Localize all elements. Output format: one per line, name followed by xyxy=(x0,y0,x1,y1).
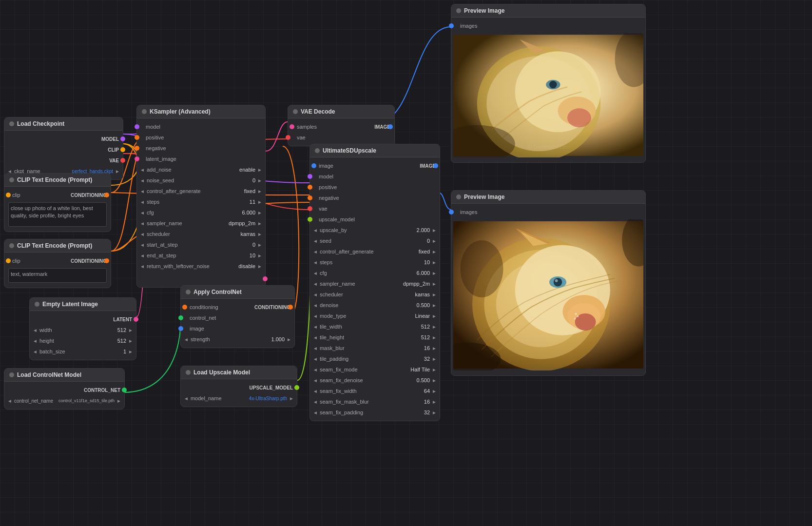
batch-arrow-left[interactable]: ◄ xyxy=(33,349,38,354)
conditioning-in-dot[interactable] xyxy=(182,305,187,310)
negative-in-dot[interactable] xyxy=(135,146,139,151)
upscale-model-out: UPSCALE_MODEL xyxy=(181,382,297,393)
seam-fix-denoise-param: ◄ seam_fix_denoise 0.500 ► xyxy=(310,375,440,386)
images-in-dot-2[interactable] xyxy=(449,210,454,214)
images-label: images xyxy=(460,23,477,29)
clip-port-dot[interactable] xyxy=(120,147,125,152)
control-net-in-dot[interactable] xyxy=(178,315,183,320)
lion-svg-2 xyxy=(453,219,643,370)
node-status-dot xyxy=(9,243,14,248)
ksampler-latent-out-dot[interactable] xyxy=(263,276,268,281)
model-in-port: model xyxy=(310,171,440,182)
cfg-value: 6.000 xyxy=(242,210,256,215)
width-arrow-right[interactable]: ► xyxy=(128,328,133,333)
vae-in-dot[interactable] xyxy=(286,135,290,140)
batch-label: batch_size xyxy=(39,349,121,354)
prompt-text-2[interactable]: text, watermark xyxy=(8,268,107,283)
steps-param: ◄ steps 10 ► xyxy=(310,257,440,268)
node-title: Load ControlNet Model xyxy=(17,371,81,378)
node-status-dot xyxy=(9,372,14,377)
image-in-dot[interactable] xyxy=(178,326,183,331)
upscale-model-in-dot[interactable] xyxy=(308,217,312,222)
conditioning2-out-dot[interactable] xyxy=(104,258,109,263)
return-noise-param: ◄ return_with_leftover_noise disable ► xyxy=(137,261,265,272)
positive-in-label: positive xyxy=(146,135,164,140)
negative-in-dot[interactable] xyxy=(308,195,312,200)
clip-in-conditioning-out: clip CONDITIONING xyxy=(4,190,111,200)
node-body: samples IMAGE vae xyxy=(288,118,394,146)
latent-out-dot[interactable] xyxy=(134,317,138,322)
model-in-dot[interactable] xyxy=(308,174,312,179)
model-port-dot[interactable] xyxy=(120,136,125,141)
latent-in-port: latent_image xyxy=(137,154,265,164)
upscale-model-out-dot[interactable] xyxy=(294,385,299,390)
mask-blur-param: ◄ mask_blur 16 ► xyxy=(310,343,440,353)
empty-latent-header: Empty Latent Image xyxy=(30,298,136,311)
clip-in-dot[interactable] xyxy=(6,193,11,197)
positive-in-port: positive xyxy=(137,132,265,143)
vae-in-port: vae xyxy=(288,132,394,143)
positive-in-dot[interactable] xyxy=(135,135,139,140)
image-in-dot[interactable] xyxy=(311,163,316,168)
denoise-param: ◄ denoise 0.500 ► xyxy=(310,300,440,311)
node-body: LATENT ◄ width 512 ► ◄ height 512 ► ◄ ba… xyxy=(30,311,136,360)
controlnet-name-param: ◄ control_net_name control_v11f1e_sd15_t… xyxy=(4,395,124,406)
preview-1-header: Preview Image xyxy=(451,4,645,18)
prompt-text-1[interactable]: close up photo of a white lion, best qua… xyxy=(8,202,107,227)
conditioning-out-dot[interactable] xyxy=(104,193,109,197)
controlnet-output-port: CONTROL_NET xyxy=(4,385,124,395)
width-arrow-left[interactable]: ◄ xyxy=(33,328,38,333)
cn-arrow-left[interactable]: ◄ xyxy=(7,398,12,404)
image-out-dot[interactable] xyxy=(433,163,438,168)
width-value: 512 xyxy=(117,327,126,333)
vae-port-dot[interactable] xyxy=(120,158,125,163)
clip-port-label: CLIP xyxy=(108,147,119,153)
strength-value: 1.000 xyxy=(271,336,285,342)
positive-in-dot[interactable] xyxy=(308,185,312,190)
model-in-port: model xyxy=(137,121,265,132)
vae-in-label: vae xyxy=(319,206,328,212)
noise-seed-param: ◄ noise_seed 0 ► xyxy=(137,175,265,186)
apply-controlnet-node: Apply ControlNet conditioning CONDITIONI… xyxy=(180,285,295,348)
width-label: width xyxy=(39,327,116,333)
batch-arrow-right[interactable]: ► xyxy=(128,349,133,354)
conditioning-out-label: CONDITIONING xyxy=(254,305,290,310)
vae-in-dot[interactable] xyxy=(308,206,312,211)
ksampler-header: KSampler (Advanced) xyxy=(137,105,265,118)
width-param: ◄ width 512 ► xyxy=(30,325,136,335)
model-port-label: MODEL xyxy=(101,136,119,142)
control-net-in: control_net xyxy=(181,312,294,323)
clip-in-label: clip xyxy=(12,192,20,198)
latent-samples-in-dot[interactable] xyxy=(290,124,294,129)
node-body: UPSCALE_MODEL ◄ model_name 4x-UltraSharp… xyxy=(181,379,297,407)
vae-in-port: vae xyxy=(310,203,440,214)
ksampler-node: KSampler (Advanced) model positive negat… xyxy=(136,105,266,288)
cn-param-value: control_v11f1e_sd15_tile.pth xyxy=(58,398,115,403)
sampler-name-param: ◄ sampler_name dpmpp_2m ► xyxy=(137,218,265,229)
batch-value: 1 xyxy=(123,349,126,354)
clip2-in-dot[interactable] xyxy=(6,258,11,263)
cfg-label: cfg xyxy=(147,210,240,215)
height-arrow-right[interactable]: ► xyxy=(128,338,133,344)
conditioning-inout: conditioning CONDITIONING xyxy=(181,302,294,312)
latent-in-dot[interactable] xyxy=(135,156,139,161)
controlnet-out-dot[interactable] xyxy=(122,388,127,392)
noise-seed-value: 0 xyxy=(252,177,255,183)
model-in-dot[interactable] xyxy=(135,124,139,129)
return-noise-value: disable xyxy=(238,263,255,269)
svg-point-8 xyxy=(567,108,591,127)
svg-text:AI Generated Lion: AI Generated Lion xyxy=(527,144,569,150)
node-status-dot xyxy=(293,109,298,114)
control-after-param: ◄ control_after_generate fixed ► xyxy=(310,246,440,257)
start-step-value: 0 xyxy=(252,242,255,248)
image-out-dot[interactable] xyxy=(388,124,393,129)
svg-point-20 xyxy=(554,278,562,287)
model-name-value: 4x-UltraSharp.pth xyxy=(249,396,287,401)
images-in-dot[interactable] xyxy=(449,23,454,28)
height-arrow-left[interactable]: ◄ xyxy=(33,338,38,344)
cn-arrow-right[interactable]: ► xyxy=(116,398,121,404)
conditioning-out-dot[interactable] xyxy=(288,305,293,310)
ckpt-arrow-right[interactable]: ► xyxy=(115,169,120,174)
cfg-param: ◄ cfg 6.000 ► xyxy=(310,268,440,278)
clip-text-encode-2-node: CLIP Text Encode (Prompt) clip CONDITION… xyxy=(4,239,111,288)
